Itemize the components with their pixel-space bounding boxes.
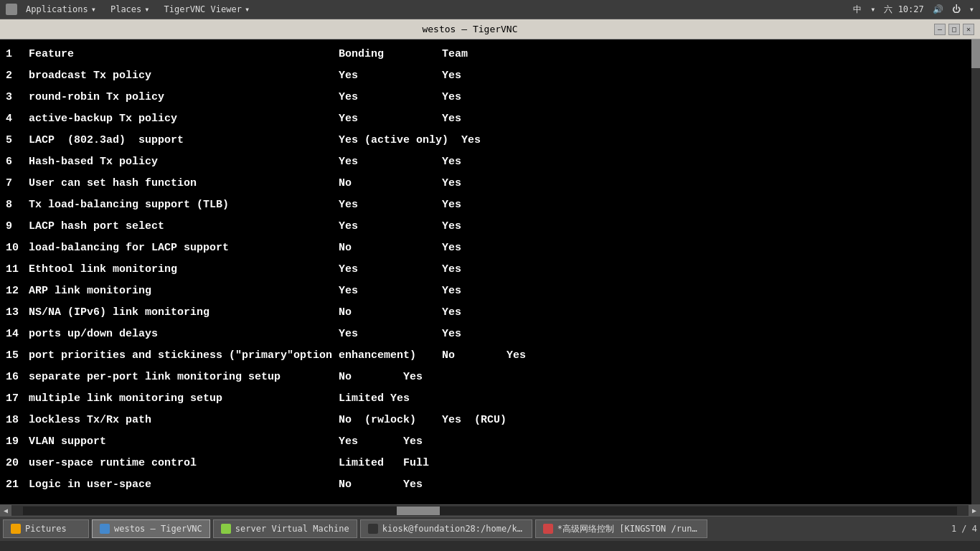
scroll-left-button[interactable]: ◀: [0, 505, 11, 517]
lang-indicator[interactable]: 中: [853, 4, 862, 16]
line-number: 12: [6, 281, 29, 302]
taskbar-item[interactable]: westos – TigerVNC: [92, 519, 210, 538]
line-number: 9: [6, 216, 29, 237]
line-content: LACP (802.3ad) support Yes (active only)…: [29, 130, 481, 151]
line-content: broadcast Tx policy Yes Yes: [29, 65, 461, 87]
table-row: 2broadcast Tx policy Yes Yes: [6, 65, 980, 87]
line-content: multiple link monitoring setup Limited Y…: [29, 388, 410, 410]
line-content: load-balancing for LACP support No Yes: [29, 237, 461, 259]
table-row: 14ports up/down delays Yes Yes: [6, 324, 980, 345]
taskbar: Pictureswestos – TigerVNCserver Virtual …: [0, 516, 980, 541]
taskbar-item-label: westos – TigerVNC: [114, 524, 202, 534]
line-number: 8: [6, 194, 29, 216]
line-content: ports up/down delays Yes Yes: [29, 324, 461, 345]
tigervnc-menu[interactable]: TigerVNC Viewer ▾: [159, 3, 256, 16]
table-row: 17multiple link monitoring setup Limited…: [6, 388, 980, 410]
line-number: 14: [6, 324, 29, 345]
taskbar-item-label: server Virtual Machine: [235, 524, 349, 534]
line-number: 16: [6, 367, 29, 388]
line-number: 5: [6, 130, 29, 151]
network-icon: [543, 524, 553, 534]
scroll-right-button[interactable]: ▶: [969, 505, 980, 517]
tigervnc-icon: [100, 524, 110, 534]
line-number: 21: [6, 474, 29, 496]
h-scrollbar-thumb[interactable]: [397, 507, 440, 515]
line-content: separate per-port link monitoring setup …: [29, 367, 423, 388]
table-row: 6Hash-based Tx policy Yes Yes: [6, 151, 980, 173]
maximize-button[interactable]: □: [948, 24, 960, 35]
line-number: 7: [6, 173, 29, 194]
line-content: ARP link monitoring Yes Yes: [29, 281, 461, 302]
line-number: 17: [6, 388, 29, 410]
taskbar-item[interactable]: kiosk@foundation28:/home/kios...: [360, 519, 532, 538]
table-row: 11Ethtool link monitoring Yes Yes: [6, 259, 980, 281]
gnome-icon: [6, 4, 17, 15]
power-arrow: ▾: [969, 4, 974, 14]
line-content: Tx load-balancing support (TLB) Yes Yes: [29, 194, 461, 216]
line-number: 6: [6, 151, 29, 173]
taskbar-item-label: Pictures: [25, 524, 67, 534]
line-content: port priorities and stickiness ("primary…: [29, 345, 526, 367]
menubar-right: 中 ▾ 六 10:27 🔊 ⏻ ▾: [853, 4, 974, 16]
table-row: 15port priorities and stickiness ("prima…: [6, 345, 980, 367]
line-content: Logic in user-space No Yes: [29, 474, 423, 496]
line-content: LACP hash port select Yes Yes: [29, 216, 461, 237]
places-label: Places: [110, 4, 141, 14]
line-content: User can set hash function No Yes: [29, 173, 461, 194]
taskbar-item[interactable]: *高级网络控制 [KINGSTON /run/...: [535, 519, 707, 538]
vm-icon: [221, 524, 231, 534]
h-scrollbar-track: [23, 507, 957, 515]
taskbar-item-label: *高级网络控制 [KINGSTON /run/...: [557, 523, 699, 535]
scrollbar-thumb[interactable]: [971, 39, 980, 68]
line-number: 20: [6, 453, 29, 474]
line-content: lockless Tx/Rx path No (rwlock) Yes (RCU…: [29, 410, 507, 431]
table-row: 3round-robin Tx policy Yes Yes: [6, 87, 980, 108]
window-controls: – □ ✕: [934, 24, 974, 35]
line-number: 10: [6, 237, 29, 259]
top-menubar: Applications ▾ Places ▾ TigerVNC Viewer …: [0, 0, 980, 19]
taskbar-item[interactable]: server Virtual Machine: [213, 519, 357, 538]
lang-arrow: ▾: [870, 4, 875, 14]
minimize-button[interactable]: –: [934, 24, 946, 35]
line-number: 15: [6, 345, 29, 367]
line-content: active-backup Tx policy Yes Yes: [29, 108, 461, 130]
table-row: 12ARP link monitoring Yes Yes: [6, 281, 980, 302]
folder-icon: [11, 524, 21, 534]
table-row: 9LACP hash port select Yes Yes: [6, 216, 980, 237]
tigervnc-arrow: ▾: [245, 4, 250, 14]
table-row: 8Tx load-balancing support (TLB) Yes Yes: [6, 194, 980, 216]
horizontal-scrollbar[interactable]: ◀ ▶: [0, 504, 980, 516]
table-row: 10load-balancing for LACP support No Yes: [6, 237, 980, 259]
places-arrow: ▾: [144, 4, 149, 14]
content-area: 1Feature Bonding Team2broadcast Tx polic…: [6, 44, 980, 496]
table-row: 21Logic in user-space No Yes: [6, 474, 980, 496]
page-indicator: 1 / 4: [951, 524, 977, 534]
applications-menu[interactable]: Applications ▾: [20, 3, 102, 16]
places-menu[interactable]: Places ▾: [105, 3, 156, 16]
line-number: 4: [6, 108, 29, 130]
line-content: NS/NA (IPv6) link monitoring No Yes: [29, 302, 461, 324]
vertical-scrollbar[interactable]: [971, 39, 980, 504]
close-button[interactable]: ✕: [963, 24, 974, 35]
window-title: westos – TigerVNC: [6, 24, 934, 34]
table-row: 4active-backup Tx policy Yes Yes: [6, 108, 980, 130]
applications-label: Applications: [26, 4, 88, 14]
table-row: 19VLAN support Yes Yes: [6, 431, 980, 453]
line-content: Feature Bonding Team: [29, 44, 468, 65]
taskbar-item[interactable]: Pictures: [3, 519, 89, 538]
terminal-content: 1Feature Bonding Team2broadcast Tx polic…: [0, 39, 980, 504]
menubar-left: Applications ▾ Places ▾ TigerVNC Viewer …: [6, 3, 255, 16]
volume-icon[interactable]: 🔊: [933, 4, 943, 14]
line-content: round-robin Tx policy Yes Yes: [29, 87, 461, 108]
applications-arrow: ▾: [91, 4, 96, 14]
line-number: 2: [6, 65, 29, 87]
table-row: 18lockless Tx/Rx path No (rwlock) Yes (R…: [6, 410, 980, 431]
taskbar-right: 1 / 4: [951, 524, 977, 534]
line-content: Ethtool link monitoring Yes Yes: [29, 259, 461, 281]
line-content: VLAN support Yes Yes: [29, 431, 423, 453]
power-icon[interactable]: ⏻: [952, 4, 961, 14]
taskbar-item-label: kiosk@foundation28:/home/kios...: [382, 524, 524, 534]
datetime-display: 六 10:27: [884, 4, 923, 16]
line-number: 11: [6, 259, 29, 281]
line-number: 19: [6, 431, 29, 453]
